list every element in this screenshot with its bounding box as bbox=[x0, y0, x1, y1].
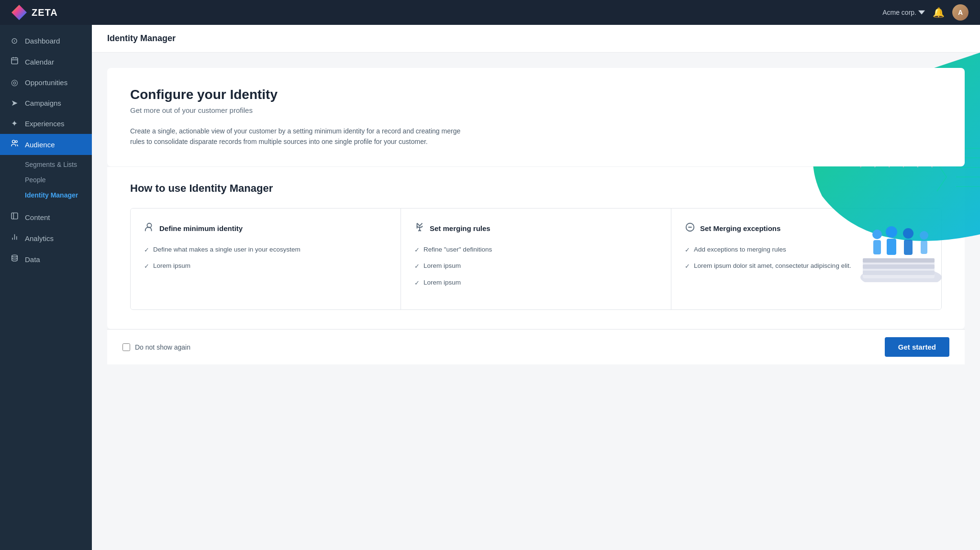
card-3-item-2: ✓ Lorem ipsum dolor sit amet, consectetu… bbox=[685, 261, 928, 271]
sidebar-sub-people[interactable]: People bbox=[0, 172, 92, 187]
card-2-item-3-text: Lorem ipsum bbox=[423, 278, 461, 287]
company-name-text: Acme corp. bbox=[882, 9, 916, 16]
card-2-item-1: ✓ Refine "user" definitions bbox=[414, 245, 657, 255]
do-not-show-label[interactable]: Do not show again bbox=[122, 343, 190, 351]
hero-description: Create a single, actionable view of your… bbox=[130, 126, 465, 147]
card-3-item-1-text: Add exceptions to merging rules bbox=[694, 245, 786, 254]
sidebar-item-experiences[interactable]: ✦ Experiences bbox=[0, 113, 92, 134]
do-not-show-checkbox[interactable] bbox=[122, 343, 130, 351]
avatar-image: A bbox=[952, 4, 969, 21]
svg-point-4 bbox=[12, 140, 15, 143]
card-2-items: ✓ Refine "user" definitions ✓ Lorem ipsu… bbox=[414, 245, 657, 288]
data-icon bbox=[10, 254, 19, 264]
card-2-header: Set merging rules bbox=[414, 222, 657, 235]
footer-bar: Do not show again Get started bbox=[107, 329, 965, 364]
card-2-item-2-text: Lorem ipsum bbox=[423, 261, 461, 271]
how-title: How to use Identity Manager bbox=[130, 182, 942, 195]
check-icon: ✓ bbox=[414, 245, 420, 255]
sidebar-item-content[interactable]: Content bbox=[0, 207, 92, 228]
check-icon: ✓ bbox=[685, 262, 690, 271]
sidebar-item-label: Calendar bbox=[25, 58, 54, 66]
notification-button[interactable]: 🔔 bbox=[933, 7, 945, 18]
main-scroll: Identity Manager bbox=[92, 25, 980, 550]
opportunities-icon: ◎ bbox=[10, 77, 19, 88]
svg-rect-6 bbox=[11, 213, 18, 219]
card-1-header: Define minimum identity bbox=[144, 222, 387, 235]
company-selector[interactable]: Acme corp. bbox=[882, 9, 925, 16]
sidebar-item-label: Campaigns bbox=[25, 99, 61, 107]
sidebar-sub-identity-manager[interactable]: Identity Manager bbox=[0, 187, 92, 203]
card-1-item-2-text: Lorem ipsum bbox=[153, 261, 190, 271]
hero-section: Configure your Identity Get more out of … bbox=[107, 68, 965, 166]
topnav-right: Acme corp. 🔔 A bbox=[882, 4, 969, 21]
dashboard-icon: ⊙ bbox=[10, 36, 19, 46]
card-minimum-identity: Define minimum identity ✓ Define what ma… bbox=[131, 209, 401, 310]
sidebar-sub-audience: Segments & Lists People Identity Manager bbox=[0, 155, 92, 207]
experiences-icon: ✦ bbox=[10, 119, 19, 129]
analytics-icon bbox=[10, 233, 19, 243]
calendar-icon bbox=[10, 56, 19, 67]
get-started-button[interactable]: Get started bbox=[885, 337, 949, 357]
card-3-items: ✓ Add exceptions to merging rules ✓ Lore… bbox=[685, 245, 928, 271]
do-not-show-text: Do not show again bbox=[135, 343, 190, 351]
segments-label: Segments & Lists bbox=[25, 161, 77, 168]
sidebar-item-analytics[interactable]: Analytics bbox=[0, 228, 92, 249]
page-title: Identity Manager bbox=[107, 33, 965, 44]
card-2-item-2: ✓ Lorem ipsum bbox=[414, 261, 657, 271]
sidebar-item-label: Audience bbox=[25, 141, 55, 149]
audience-icon bbox=[10, 139, 19, 150]
card-3-header: Set Merging exceptions bbox=[685, 222, 928, 235]
sidebar-item-label: Content bbox=[25, 213, 50, 221]
sidebar-item-audience[interactable]: Audience bbox=[0, 134, 92, 155]
card-1-items: ✓ Define what makes a single user in you… bbox=[144, 245, 387, 271]
sidebar-item-label: Data bbox=[25, 255, 40, 264]
card-2-item-1-text: Refine "user" definitions bbox=[423, 245, 492, 254]
feature-cards: Define minimum identity ✓ Define what ma… bbox=[130, 208, 942, 310]
main-content: Identity Manager bbox=[92, 25, 980, 550]
app-body: ⊙ Dashboard Calendar ◎ Opportunities ➤ C… bbox=[0, 25, 980, 550]
sidebar: ⊙ Dashboard Calendar ◎ Opportunities ➤ C… bbox=[0, 25, 92, 550]
page-header: Identity Manager bbox=[92, 25, 980, 53]
svg-point-11 bbox=[11, 255, 17, 257]
content-icon bbox=[10, 212, 19, 222]
card-1-item-2: ✓ Lorem ipsum bbox=[144, 261, 387, 271]
card-1-title: Define minimum identity bbox=[159, 224, 243, 232]
chevron-down-icon bbox=[918, 9, 925, 16]
exception-icon bbox=[685, 222, 695, 235]
sidebar-item-label: Opportunities bbox=[25, 78, 67, 87]
card-1-item-1: ✓ Define what makes a single user in you… bbox=[144, 245, 387, 255]
card-merging-exceptions: Set Merging exceptions ✓ Add exceptions … bbox=[671, 209, 941, 310]
card-3-item-1: ✓ Add exceptions to merging rules bbox=[685, 245, 928, 255]
logo-text: ZETA bbox=[32, 7, 58, 18]
identity-manager-label: Identity Manager bbox=[25, 191, 78, 199]
check-icon: ✓ bbox=[144, 245, 149, 255]
topnav-left: ZETA bbox=[11, 5, 58, 20]
card-3-title: Set Merging exceptions bbox=[700, 224, 780, 232]
svg-rect-0 bbox=[11, 58, 18, 64]
content-area: Configure your Identity Get more out of … bbox=[92, 53, 980, 380]
sidebar-item-campaigns[interactable]: ➤ Campaigns bbox=[0, 93, 92, 113]
merge-icon bbox=[414, 222, 425, 235]
check-icon: ✓ bbox=[685, 245, 690, 255]
sidebar-sub-segments[interactable]: Segments & Lists bbox=[0, 157, 92, 172]
sidebar-item-dashboard[interactable]: ⊙ Dashboard bbox=[0, 31, 92, 51]
avatar[interactable]: A bbox=[952, 4, 969, 21]
card-3-item-2-text: Lorem ipsum dolor sit amet, consectetur … bbox=[694, 261, 851, 271]
svg-point-5 bbox=[15, 141, 17, 143]
sidebar-item-calendar[interactable]: Calendar bbox=[0, 51, 92, 72]
card-2-item-3: ✓ Lorem ipsum bbox=[414, 278, 657, 288]
sidebar-item-opportunities[interactable]: ◎ Opportunities bbox=[0, 72, 92, 93]
card-1-item-1-text: Define what makes a single user in your … bbox=[153, 245, 301, 254]
sidebar-item-label: Dashboard bbox=[25, 37, 60, 45]
check-icon: ✓ bbox=[414, 262, 420, 271]
zeta-logo-icon bbox=[11, 5, 27, 20]
sidebar-item-label: Experiences bbox=[25, 120, 65, 128]
hero-title: Configure your Identity bbox=[130, 87, 942, 102]
hero-subtitle: Get more out of your customer profiles bbox=[130, 106, 942, 114]
people-label: People bbox=[25, 176, 46, 184]
sidebar-item-label: Analytics bbox=[25, 234, 54, 242]
how-section: How to use Identity Manager Define minim… bbox=[107, 166, 965, 330]
sidebar-item-data[interactable]: Data bbox=[0, 249, 92, 270]
check-icon: ✓ bbox=[144, 262, 149, 271]
check-icon: ✓ bbox=[414, 278, 420, 288]
